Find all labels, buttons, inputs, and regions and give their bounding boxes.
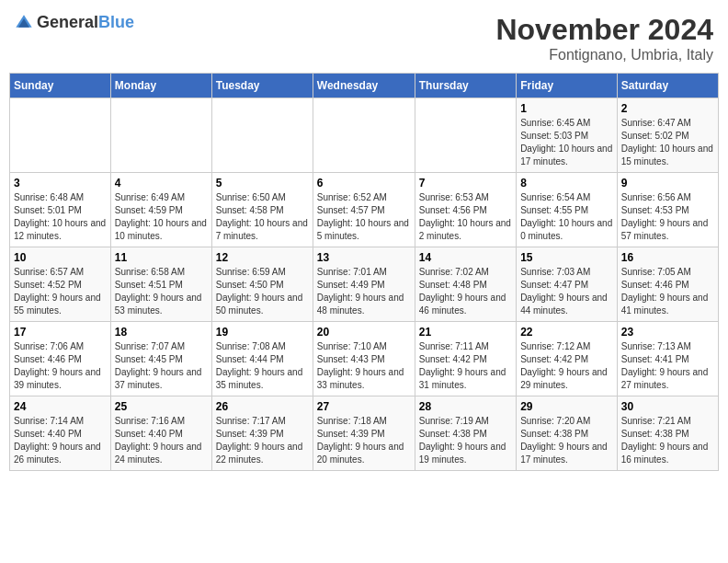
day-info: Sunrise: 7:08 AM Sunset: 4:44 PM Dayligh… (216, 340, 309, 392)
day-info: Sunrise: 6:52 AM Sunset: 4:57 PM Dayligh… (317, 191, 411, 243)
day-number: 8 (520, 177, 613, 190)
table-row: 30Sunrise: 7:21 AM Sunset: 4:38 PM Dayli… (617, 396, 718, 471)
table-row: 15Sunrise: 7:03 AM Sunset: 4:47 PM Dayli… (517, 247, 618, 322)
logo-text: GeneralBlue (37, 13, 134, 32)
location-title: Fontignano, Umbria, Italy (495, 47, 713, 63)
day-info: Sunrise: 6:48 AM Sunset: 5:01 PM Dayligh… (14, 191, 107, 243)
header-wednesday: Wednesday (313, 74, 415, 98)
day-number: 17 (14, 326, 107, 339)
header-tuesday: Tuesday (211, 74, 313, 98)
table-row (415, 98, 516, 173)
table-row (211, 98, 313, 173)
day-number: 10 (14, 251, 107, 264)
day-number: 4 (115, 177, 208, 190)
table-row: 14Sunrise: 7:02 AM Sunset: 4:48 PM Dayli… (415, 247, 516, 322)
day-number: 28 (419, 400, 512, 413)
day-info: Sunrise: 6:47 AM Sunset: 5:02 PM Dayligh… (621, 117, 714, 168)
table-row: 8Sunrise: 6:54 AM Sunset: 4:55 PM Daylig… (517, 173, 618, 247)
day-info: Sunrise: 7:12 AM Sunset: 4:42 PM Dayligh… (520, 340, 613, 392)
table-row: 18Sunrise: 7:07 AM Sunset: 4:45 PM Dayli… (110, 322, 211, 396)
table-row: 6Sunrise: 6:52 AM Sunset: 4:57 PM Daylig… (313, 173, 415, 247)
table-row: 11Sunrise: 6:58 AM Sunset: 4:51 PM Dayli… (110, 247, 211, 322)
day-number: 11 (115, 251, 208, 264)
day-number: 9 (621, 177, 714, 190)
day-number: 23 (621, 326, 714, 339)
day-number: 21 (419, 326, 512, 339)
table-row: 20Sunrise: 7:10 AM Sunset: 4:43 PM Dayli… (313, 322, 415, 396)
month-title: November 2024 (495, 13, 713, 47)
day-number: 13 (317, 251, 411, 264)
day-info: Sunrise: 7:02 AM Sunset: 4:48 PM Dayligh… (419, 266, 512, 317)
header-thursday: Thursday (415, 74, 516, 98)
calendar-week-row: 1Sunrise: 6:45 AM Sunset: 5:03 PM Daylig… (10, 98, 719, 173)
logo-general: General (37, 13, 98, 31)
calendar-table: Sunday Monday Tuesday Wednesday Thursday… (9, 73, 719, 471)
day-info: Sunrise: 7:06 AM Sunset: 4:46 PM Dayligh… (14, 340, 107, 392)
table-row: 17Sunrise: 7:06 AM Sunset: 4:46 PM Dayli… (10, 322, 111, 396)
table-row: 10Sunrise: 6:57 AM Sunset: 4:52 PM Dayli… (10, 247, 111, 322)
day-number: 27 (317, 400, 411, 413)
day-number: 26 (216, 400, 309, 413)
day-number: 1 (520, 102, 613, 115)
table-row (110, 98, 211, 173)
day-info: Sunrise: 7:16 AM Sunset: 4:40 PM Dayligh… (115, 415, 208, 466)
day-number: 24 (14, 400, 107, 413)
table-row: 9Sunrise: 6:56 AM Sunset: 4:53 PM Daylig… (617, 173, 718, 247)
day-info: Sunrise: 6:57 AM Sunset: 4:52 PM Dayligh… (14, 266, 107, 317)
table-row: 19Sunrise: 7:08 AM Sunset: 4:44 PM Dayli… (211, 322, 313, 396)
table-row: 7Sunrise: 6:53 AM Sunset: 4:56 PM Daylig… (415, 173, 516, 247)
table-row: 21Sunrise: 7:11 AM Sunset: 4:42 PM Dayli… (415, 322, 516, 396)
day-number: 25 (115, 400, 208, 413)
day-number: 20 (317, 326, 411, 339)
calendar-week-row: 3Sunrise: 6:48 AM Sunset: 5:01 PM Daylig… (10, 173, 719, 247)
table-row: 13Sunrise: 7:01 AM Sunset: 4:49 PM Dayli… (313, 247, 415, 322)
day-number: 29 (520, 400, 613, 413)
logo-blue: Blue (98, 13, 134, 31)
day-info: Sunrise: 6:56 AM Sunset: 4:53 PM Dayligh… (621, 191, 714, 243)
logo: GeneralBlue (15, 13, 134, 32)
calendar-week-row: 24Sunrise: 7:14 AM Sunset: 4:40 PM Dayli… (10, 396, 719, 471)
day-info: Sunrise: 7:05 AM Sunset: 4:46 PM Dayligh… (621, 266, 714, 317)
day-number: 22 (520, 326, 613, 339)
table-row: 16Sunrise: 7:05 AM Sunset: 4:46 PM Dayli… (617, 247, 718, 322)
table-row: 22Sunrise: 7:12 AM Sunset: 4:42 PM Dayli… (517, 322, 618, 396)
day-info: Sunrise: 6:50 AM Sunset: 4:58 PM Dayligh… (216, 191, 309, 243)
logo-icon (15, 14, 33, 32)
day-info: Sunrise: 7:21 AM Sunset: 4:38 PM Dayligh… (621, 415, 714, 466)
calendar-week-row: 10Sunrise: 6:57 AM Sunset: 4:52 PM Dayli… (10, 247, 719, 322)
day-info: Sunrise: 7:03 AM Sunset: 4:47 PM Dayligh… (520, 266, 613, 317)
day-number: 18 (115, 326, 208, 339)
day-number: 16 (621, 251, 714, 264)
table-row: 5Sunrise: 6:50 AM Sunset: 4:58 PM Daylig… (211, 173, 313, 247)
day-info: Sunrise: 6:53 AM Sunset: 4:56 PM Dayligh… (419, 191, 512, 243)
table-row: 26Sunrise: 7:17 AM Sunset: 4:39 PM Dayli… (211, 396, 313, 471)
table-row: 2Sunrise: 6:47 AM Sunset: 5:02 PM Daylig… (617, 98, 718, 173)
header-saturday: Saturday (617, 74, 718, 98)
day-number: 30 (621, 400, 714, 413)
day-info: Sunrise: 7:14 AM Sunset: 4:40 PM Dayligh… (14, 415, 107, 466)
calendar-header-row: Sunday Monday Tuesday Wednesday Thursday… (10, 74, 719, 98)
day-info: Sunrise: 6:49 AM Sunset: 4:59 PM Dayligh… (115, 191, 208, 243)
day-info: Sunrise: 6:54 AM Sunset: 4:55 PM Dayligh… (520, 191, 613, 243)
day-number: 2 (621, 102, 714, 115)
day-info: Sunrise: 7:10 AM Sunset: 4:43 PM Dayligh… (317, 340, 411, 392)
day-number: 12 (216, 251, 309, 264)
day-info: Sunrise: 6:59 AM Sunset: 4:50 PM Dayligh… (216, 266, 309, 317)
day-number: 7 (419, 177, 512, 190)
title-block: November 2024 Fontignano, Umbria, Italy (495, 13, 713, 63)
day-info: Sunrise: 7:18 AM Sunset: 4:39 PM Dayligh… (317, 415, 411, 466)
table-row: 25Sunrise: 7:16 AM Sunset: 4:40 PM Dayli… (110, 396, 211, 471)
table-row: 29Sunrise: 7:20 AM Sunset: 4:38 PM Dayli… (517, 396, 618, 471)
header-sunday: Sunday (10, 74, 111, 98)
day-info: Sunrise: 7:17 AM Sunset: 4:39 PM Dayligh… (216, 415, 309, 466)
day-number: 19 (216, 326, 309, 339)
header-monday: Monday (110, 74, 211, 98)
day-info: Sunrise: 6:58 AM Sunset: 4:51 PM Dayligh… (115, 266, 208, 317)
table-row (313, 98, 415, 173)
table-row: 12Sunrise: 6:59 AM Sunset: 4:50 PM Dayli… (211, 247, 313, 322)
day-info: Sunrise: 7:13 AM Sunset: 4:41 PM Dayligh… (621, 340, 714, 392)
table-row (10, 98, 111, 173)
day-info: Sunrise: 7:07 AM Sunset: 4:45 PM Dayligh… (115, 340, 208, 392)
table-row: 4Sunrise: 6:49 AM Sunset: 4:59 PM Daylig… (110, 173, 211, 247)
calendar-week-row: 17Sunrise: 7:06 AM Sunset: 4:46 PM Dayli… (10, 322, 719, 396)
